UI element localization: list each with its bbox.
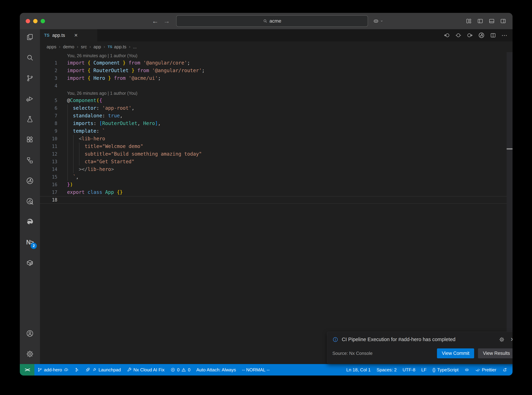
code-line-13[interactable]: 13 cta="Get Started" <box>40 158 513 165</box>
breadcrumb-item-app[interactable]: app <box>93 44 101 49</box>
code-line-4[interactable]: 4 <box>40 82 513 90</box>
activity-edge-devtools[interactable] <box>25 217 35 227</box>
minimize-window-button[interactable] <box>33 19 38 23</box>
code-line-3[interactable]: 3import { Hero } from '@acme/ui'; <box>40 74 513 82</box>
status-language-mode[interactable]: {}TypeScript <box>430 364 462 376</box>
status-eol[interactable]: LF <box>418 364 430 376</box>
code-line-6[interactable]: 6 selector: 'app-root', <box>40 104 513 112</box>
activity-search[interactable] <box>25 53 35 63</box>
breadcrumb-separator: › <box>129 44 130 49</box>
code-text: `, <box>67 173 79 181</box>
code-line-18[interactable]: 18 <box>40 196 513 204</box>
breadcrumb-item-apps[interactable]: apps <box>47 44 56 49</box>
activity-accounts[interactable] <box>25 328 35 339</box>
status-copilot[interactable] <box>462 364 472 376</box>
customize-layout-icon[interactable] <box>466 18 472 24</box>
activity-explorer[interactable] <box>25 32 35 42</box>
close-window-button[interactable] <box>26 19 30 23</box>
code-line-15[interactable]: 15 `, <box>40 173 513 181</box>
activity-testing[interactable] <box>25 114 35 125</box>
breadcrumb-item--[interactable]: ... <box>133 44 137 49</box>
activity-org-chart-view[interactable] <box>25 155 35 165</box>
code-line-11[interactable]: 11 title="Welcmoe demo" <box>40 143 513 150</box>
status-nx-cloud-ai-fix[interactable]: Nx Cloud AI Fix <box>124 364 167 376</box>
toggle-panel-icon[interactable] <box>489 18 495 24</box>
window-controls <box>26 19 45 23</box>
code-line-10[interactable]: 10 <lib-hero <box>40 135 513 143</box>
code-text: ></lib-hero> <box>67 165 114 173</box>
code-line-7[interactable]: 7 standalone: true, <box>40 112 513 120</box>
status-indentation[interactable]: Spaces: 2 <box>374 364 400 376</box>
status-encoding[interactable]: UTF-8 <box>400 364 418 376</box>
line-number: 4 <box>40 82 57 90</box>
copilot-menu[interactable] <box>373 18 384 24</box>
open-change-icon[interactable] <box>455 32 462 38</box>
status-remote-indicator[interactable]: >< <box>20 364 34 376</box>
code-line-2[interactable]: 2import { RouterOutlet } from '@angular/… <box>40 67 513 74</box>
code-text: standalone: true, <box>67 112 123 120</box>
split-editor-icon[interactable] <box>490 32 496 38</box>
activity-source-control[interactable] <box>25 73 35 83</box>
activity-graph-search[interactable] <box>25 196 35 207</box>
code-line-5[interactable]: 5@Component({ <box>40 97 513 104</box>
code-line-17[interactable]: 17export class App {} <box>40 188 513 196</box>
code-text: @Component({ <box>67 97 102 104</box>
status-launchpad[interactable]: Launchpad <box>82 364 124 376</box>
code-text: cta="Get Started" <box>67 158 134 165</box>
status-branch[interactable]: add-hero <box>34 364 72 376</box>
maximize-window-button[interactable] <box>41 19 45 23</box>
toggle-secondary-sidebar-icon[interactable] <box>500 18 506 24</box>
status-text: 0 <box>177 367 179 373</box>
activity-containers[interactable] <box>25 258 35 268</box>
view-results-button[interactable]: View Results <box>478 348 513 358</box>
breadcrumb-item-demo[interactable]: demo <box>63 44 74 49</box>
view-commit-button[interactable]: View Commit <box>437 348 474 358</box>
activity-pipeline-graph[interactable] <box>25 176 35 186</box>
status-text: LF <box>421 367 427 373</box>
tab-app-ts[interactable]: TS app.ts ✕ <box>40 29 97 41</box>
code-line-9[interactable]: 9 template: ` <box>40 127 513 135</box>
notification-settings-icon[interactable] <box>499 336 505 342</box>
status-prettier[interactable]: Prettier <box>472 364 499 376</box>
notification-close-icon[interactable]: ✕ <box>511 336 513 342</box>
navigate-forward-icon[interactable]: → <box>163 18 170 24</box>
activity-nx-console[interactable]: N>2 <box>25 237 35 247</box>
more-actions-icon[interactable]: ⋯ <box>501 32 507 39</box>
status-auto-attach[interactable]: Auto Attach: Always <box>193 364 239 376</box>
code-line-1[interactable]: 1import { Component } from '@angular/cor… <box>40 59 513 67</box>
close-tab-icon[interactable]: ✕ <box>74 33 78 38</box>
line-number: 16 <box>40 181 57 188</box>
line-number: 6 <box>40 104 57 112</box>
code-line-14[interactable]: 14 ></lib-hero> <box>40 165 513 173</box>
git-branch-icon <box>26 74 34 82</box>
activity-manage[interactable] <box>25 349 35 359</box>
breadcrumb-item-src[interactable]: src <box>81 44 87 49</box>
navigate-back-icon[interactable]: ← <box>152 18 158 24</box>
notification-title: CI Pipeline Execution for #add-hero has … <box>342 337 495 342</box>
status-vim-mode[interactable]: -- NORMAL -- <box>239 364 272 376</box>
line-number: 13 <box>40 158 57 165</box>
toggle-primary-sidebar-icon[interactable] <box>477 18 483 24</box>
line-number: 17 <box>40 188 57 196</box>
activity-run-and-debug[interactable] <box>25 93 35 104</box>
chevron-down-icon <box>380 19 384 23</box>
activity-extensions[interactable] <box>25 135 35 145</box>
blame-annotation[interactable]: You, 26 minutes ago | 1 author (You) <box>40 52 513 59</box>
command-center-search[interactable]: acme <box>176 15 368 27</box>
nav-previous-change-icon[interactable] <box>444 32 450 38</box>
status-source-control-graph[interactable] <box>72 364 82 376</box>
breadcrumb-item-app-ts[interactable]: TSapp.ts <box>108 44 126 49</box>
gear-icon <box>26 350 34 358</box>
overview-ruler[interactable] <box>507 52 513 364</box>
code-editor[interactable]: You, 26 minutes ago | 1 author (You)1imp… <box>40 52 513 364</box>
code-line-8[interactable]: 8 imports: [RouterOutlet, Hero], <box>40 120 513 127</box>
graph-circle-icon[interactable] <box>478 32 485 38</box>
code-text: import { Component } from '@angular/core… <box>67 59 190 67</box>
status-cursor-position[interactable]: Ln 18, Col 1 <box>343 364 374 376</box>
status-problems[interactable]: 00 <box>167 364 193 376</box>
code-line-12[interactable]: 12 subtitle="Build something amazing tod… <box>40 150 513 158</box>
status-notifications[interactable] <box>499 364 510 376</box>
blame-annotation[interactable]: You, 26 minutes ago | 1 author (You) <box>40 90 513 97</box>
code-line-16[interactable]: 16}) <box>40 181 513 188</box>
nav-next-change-icon[interactable] <box>467 32 473 38</box>
